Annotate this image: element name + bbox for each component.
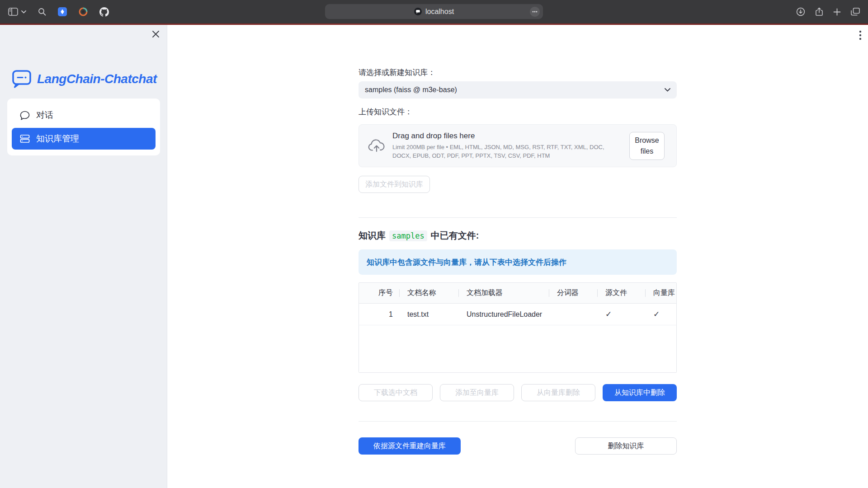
add-files-button[interactable]: 添加文件到知识库 bbox=[359, 176, 430, 193]
kb-select[interactable]: samples (faiss @ m3e-base) bbox=[359, 81, 677, 99]
app-logo: LangChain-Chatchat bbox=[0, 25, 167, 89]
sidebar-item-label: 知识库管理 bbox=[36, 133, 79, 145]
upload-label: 上传知识文件： bbox=[359, 107, 677, 117]
info-banner: 知识库中包含源文件与向量库，请从下表中选择文件后操作 bbox=[359, 249, 677, 275]
new-tab-icon[interactable] bbox=[833, 8, 841, 16]
chevron-down-icon[interactable] bbox=[21, 10, 26, 14]
table-empty-area bbox=[359, 325, 676, 372]
kb-select-value: samples (faiss @ m3e-base) bbox=[365, 86, 457, 94]
sidebar-item-knowledge-base[interactable]: 知识库管理 bbox=[12, 128, 156, 150]
cell-doc-name: test.txt bbox=[399, 304, 458, 325]
dropzone-limits: Limit 200MB per file • EML, HTML, JSON, … bbox=[392, 143, 624, 160]
sidebar-toggle-icon[interactable] bbox=[8, 8, 18, 16]
sidebar-item-chat[interactable]: 对话 bbox=[12, 104, 156, 126]
col-source-file: 源文件 bbox=[597, 283, 645, 303]
col-loader: 文档加载器 bbox=[458, 283, 549, 303]
kb-name-code: samples bbox=[389, 230, 427, 241]
dropzone-title: Drag and drop files here bbox=[392, 131, 624, 141]
row-actions: 下载选中文档 添加至向量库 从向量库删除 从知识库中删除 bbox=[359, 384, 677, 401]
browser-toolbar: localhost bbox=[0, 0, 868, 23]
file-uploader-dropzone[interactable]: Drag and drop files here Limit 200MB per… bbox=[359, 124, 677, 167]
search-icon[interactable] bbox=[38, 8, 46, 16]
cell-splitter bbox=[549, 304, 597, 325]
extension-blue-icon[interactable] bbox=[58, 7, 67, 16]
divider bbox=[359, 421, 677, 422]
download-selected-button[interactable]: 下载选中文档 bbox=[359, 384, 433, 401]
download-icon[interactable] bbox=[796, 7, 805, 16]
address-bar[interactable]: localhost bbox=[325, 4, 543, 19]
kb-files-table: 序号 文档名称 文档加载器 分词器 源文件 向量库 1 test.txt Uns… bbox=[359, 282, 677, 373]
footer-actions: 依据源文件重建向量库 删除知识库 bbox=[359, 437, 677, 455]
table-header: 序号 文档名称 文档加载器 分词器 源文件 向量库 bbox=[359, 283, 676, 304]
kb-select-label: 请选择或新建知识库： bbox=[359, 67, 677, 78]
address-url: localhost bbox=[425, 8, 454, 16]
add-to-vector-store-button[interactable]: 添加至向量库 bbox=[440, 384, 514, 401]
github-icon[interactable] bbox=[99, 7, 109, 17]
col-vector-store: 向量库 bbox=[645, 283, 676, 303]
col-index: 序号 bbox=[359, 283, 399, 303]
cloud-upload-icon bbox=[368, 139, 385, 153]
tabs-overview-icon[interactable] bbox=[851, 8, 860, 16]
table-row[interactable]: 1 test.txt UnstructuredFileLoader ✓ ✓ bbox=[359, 304, 676, 325]
site-favicon bbox=[414, 8, 422, 15]
col-splitter: 分词器 bbox=[549, 283, 597, 303]
cell-source-check: ✓ bbox=[597, 304, 645, 325]
page-options-icon[interactable] bbox=[530, 7, 540, 17]
divider bbox=[359, 217, 677, 218]
kb-files-heading: 知识库 samples 中已有文件: bbox=[359, 230, 677, 242]
streamlit-menu-icon[interactable] bbox=[859, 30, 862, 40]
extension-ring-icon[interactable] bbox=[79, 7, 88, 16]
main-area: 请选择或新建知识库： samples (faiss @ m3e-base) 上传… bbox=[167, 25, 868, 488]
browse-files-button[interactable]: Browse files bbox=[629, 132, 665, 160]
delete-kb-button[interactable]: 删除知识库 bbox=[575, 437, 677, 455]
cell-loader: UnstructuredFileLoader bbox=[458, 304, 549, 325]
knowledge-base-icon bbox=[20, 134, 30, 143]
col-doc-name: 文档名称 bbox=[399, 283, 458, 303]
remove-from-vector-store-button[interactable]: 从向量库删除 bbox=[521, 384, 595, 401]
sidebar-close-icon[interactable] bbox=[152, 30, 160, 38]
sidebar-item-label: 对话 bbox=[36, 109, 53, 121]
chat-icon bbox=[20, 111, 30, 120]
logo-text: LangChain-Chatchat bbox=[37, 72, 157, 86]
cell-vector-check: ✓ bbox=[645, 304, 676, 325]
chevron-down-icon bbox=[665, 88, 670, 92]
delete-from-kb-button[interactable]: 从知识库中删除 bbox=[603, 384, 677, 401]
share-icon[interactable] bbox=[815, 7, 823, 16]
cell-index: 1 bbox=[359, 304, 399, 325]
chat-bubble-logo-icon bbox=[12, 70, 32, 89]
sidebar: LangChain-Chatchat 对话 bbox=[0, 25, 167, 488]
sidebar-menu: 对话 知识库管理 bbox=[7, 99, 160, 155]
rebuild-vector-store-button[interactable]: 依据源文件重建向量库 bbox=[359, 437, 461, 455]
